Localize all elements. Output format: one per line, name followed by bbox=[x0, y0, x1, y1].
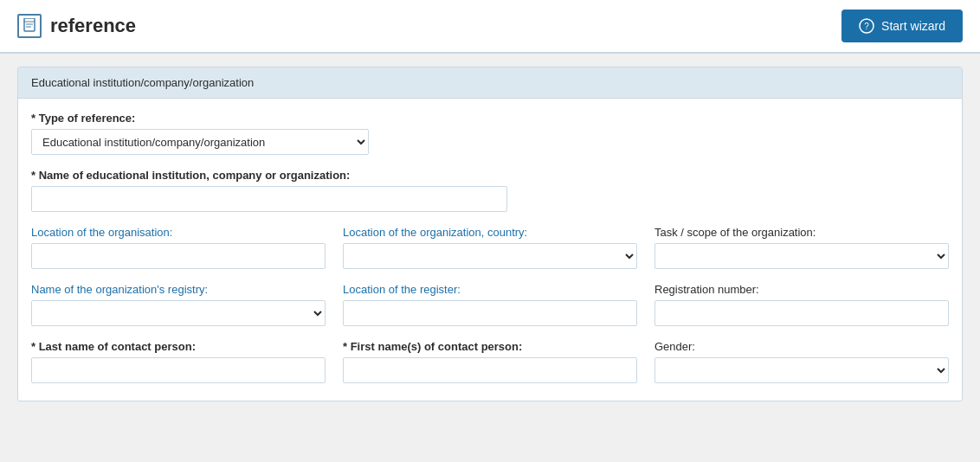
registration-number-group: Registration number: bbox=[654, 283, 949, 326]
app-header: reference ? Start wizard bbox=[0, 0, 980, 54]
section-title: Educational institution/company/organiza… bbox=[31, 76, 254, 89]
registration-number-label: Registration number: bbox=[654, 283, 949, 296]
gender-label: Gender: bbox=[654, 340, 949, 353]
location-org-label: Location of the organisation: bbox=[31, 226, 326, 239]
row-location: Location of the organisation: Location o… bbox=[31, 226, 949, 269]
main-content: Educational institution/company/organiza… bbox=[0, 54, 980, 414]
registry-name-select[interactable] bbox=[31, 300, 326, 326]
first-name-input[interactable] bbox=[343, 357, 637, 383]
first-name-label: First name(s) of contact person: bbox=[343, 340, 637, 353]
location-org-group: Location of the organisation: bbox=[31, 226, 326, 269]
task-scope-group: Task / scope of the organization: bbox=[654, 226, 949, 269]
section-body: Type of reference: Educational instituti… bbox=[18, 99, 962, 401]
location-register-group: Location of the register: bbox=[343, 283, 637, 326]
location-country-label: Location of the organization, country: bbox=[343, 226, 637, 239]
registry-name-group: Name of the organization's registry: bbox=[31, 283, 326, 326]
start-wizard-label: Start wizard bbox=[881, 19, 945, 33]
task-scope-label: Task / scope of the organization: bbox=[654, 226, 949, 239]
app-icon bbox=[17, 14, 42, 38]
location-country-select[interactable] bbox=[343, 243, 637, 269]
name-label: Name of educational institution, company… bbox=[31, 169, 949, 182]
location-country-group: Location of the organization, country: bbox=[343, 226, 637, 269]
location-register-label: Location of the register: bbox=[343, 283, 637, 296]
last-name-input[interactable] bbox=[31, 357, 326, 383]
type-of-reference-select[interactable]: Educational institution/company/organiza… bbox=[31, 129, 369, 155]
section-card: Educational institution/company/organiza… bbox=[17, 67, 963, 401]
svg-text:?: ? bbox=[864, 22, 869, 31]
gender-select[interactable] bbox=[654, 357, 949, 383]
last-name-group: Last name of contact person: bbox=[31, 340, 326, 383]
start-wizard-button[interactable]: ? Start wizard bbox=[841, 10, 963, 42]
section-header: Educational institution/company/organiza… bbox=[18, 67, 962, 99]
type-of-reference-group: Type of reference: Educational instituti… bbox=[31, 112, 949, 155]
location-org-input[interactable] bbox=[31, 243, 326, 269]
gender-group: Gender: bbox=[654, 340, 949, 383]
location-register-input[interactable] bbox=[343, 300, 637, 326]
task-scope-select[interactable] bbox=[654, 243, 949, 269]
first-name-group: First name(s) of contact person: bbox=[343, 340, 637, 383]
row-registry: Name of the organization's registry: Loc… bbox=[31, 283, 949, 326]
registry-name-label: Name of the organization's registry: bbox=[31, 283, 326, 296]
last-name-label: Last name of contact person: bbox=[31, 340, 326, 353]
app-title: reference bbox=[50, 15, 136, 37]
name-group: Name of educational institution, company… bbox=[31, 169, 949, 212]
header-left: reference bbox=[17, 14, 136, 38]
type-of-reference-label: Type of reference: bbox=[31, 112, 949, 125]
registration-number-input[interactable] bbox=[654, 300, 949, 326]
row-contact: Last name of contact person: First name(… bbox=[31, 340, 949, 383]
name-input[interactable] bbox=[31, 186, 507, 212]
